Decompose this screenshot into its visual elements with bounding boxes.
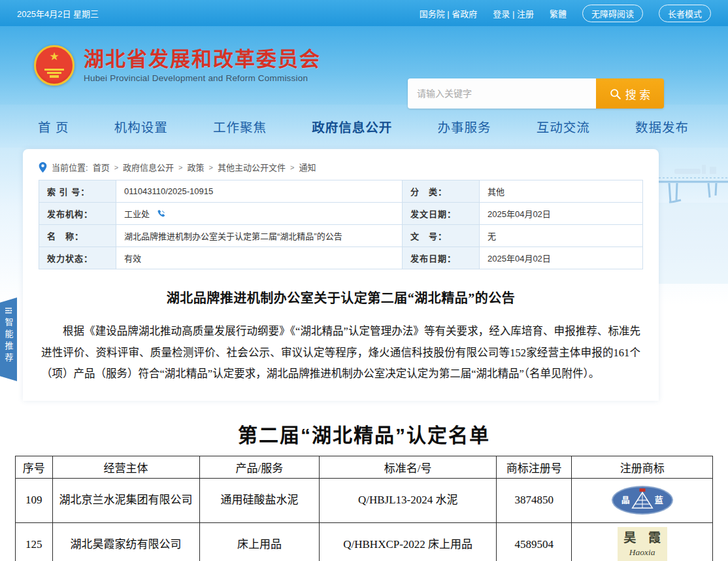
cell-no: 109 [16,478,53,522]
meta-value-issuing-agency: 工业处 [116,203,403,225]
breadcrumb-home[interactable]: 首页 [93,161,110,173]
meta-value-validity: 有效 [116,247,403,269]
nav-item-home[interactable]: 首 页 [38,117,69,136]
cell-trademark: 昊 霞 Haoxia [572,522,713,561]
cell-company: 湖北京兰水泥集团有限公司 [52,478,199,522]
nav-item-gov-info-disclosure[interactable]: 政府信息公开 [312,117,392,136]
current-date: 2025年4月2日 星期三 [17,7,99,20]
cell-no: 125 [16,522,53,561]
breadcrumb-policy[interactable]: 政策 [188,161,205,173]
col-header-product: 产品/服务 [199,456,320,478]
meta-value-category: 其他 [480,180,643,203]
trademark-haoxia-logo: 昊 霞 Haoxia [618,527,667,561]
main-nav: 首 页 机构设置 工作聚焦 政府信息公开 办事服务 互动交流 数据发布 [0,105,728,148]
meta-label-doc-number: 文 号： [403,225,480,247]
meta-value-title: 湖北品牌推进机制办公室关于认定第二届“湖北精品”的公告 [116,225,403,247]
appendix-title: 第二届“湖北精品”认定名单 [0,419,728,448]
meta-label-publish-date: 发布日期： [403,247,480,269]
nav-item-interaction[interactable]: 互动交流 [537,117,590,136]
topbar: 2025年4月2日 星期三 国务院 | 省政府 登录 | 注册 繁體 无障碍阅读… [0,0,728,26]
search-button[interactable]: 搜 索 [596,78,664,109]
table-row: 125 湖北昊霞家纺有限公司 床上用品 Q/HBHXCP-2022 床上用品 4… [16,522,713,561]
cell-standard: Q/HBHXCP-2022 床上用品 [320,522,497,561]
table-row: 109 湖北京兰水泥集团有限公司 通用硅酸盐水泥 Q/HBJL13-2024 水… [16,478,713,522]
meta-value-index-no: 011043110/2025-10915 [116,180,403,203]
national-emblem-logo: ★ [34,45,74,86]
cell-standard: Q/HBJL13-2024 水泥 [320,478,497,522]
link-login-register[interactable]: 登录 | 注册 [493,7,534,20]
col-header-company: 经营主体 [52,456,199,478]
table-row: 发布机构： 工业处 发文日期： 2025年04月02日 [39,203,643,225]
breadcrumb: 当前位置: 首页 > 政府信息公开 > 政策 > 其他主动公开文件 > 通知 [39,156,643,180]
table-header-row: 序号 经营主体 产品/服务 标准名/号 商标注册号 注册商标 [16,456,713,478]
breadcrumb-prefix: 当前位置: [52,161,88,173]
col-header-trademark: 注册商标 [572,456,713,478]
bridge-decoration [655,160,728,284]
certified-products-table: 序号 经营主体 产品/服务 标准名/号 商标注册号 注册商标 109 湖北京兰水… [15,456,713,561]
meta-value-publish-date: 2025年04月02日 [480,247,643,269]
cell-reg-no: 3874850 [497,478,572,522]
cell-product: 床上用品 [199,522,320,561]
document-card: 当前位置: 首页 > 政府信息公开 > 政策 > 其他主动公开文件 > 通知 索… [23,149,659,401]
article-title: 湖北品牌推进机制办公室关于认定第二届“湖北精品”的公告 [39,288,643,307]
site-subtitle: Hubei Provincial Development and Reform … [84,73,321,83]
table-row: 效力状态： 有效 发布日期： 2025年04月02日 [39,247,643,269]
meta-label-issue-date: 发文日期： [403,203,480,225]
meta-label-index-no: 索 引 号： [39,180,116,203]
nav-item-organization[interactable]: 机构设置 [114,117,168,136]
meta-value-doc-number: 无 [480,225,643,247]
document-meta-table: 索 引 号： 011043110/2025-10915 分 类： 其他 发布机构… [39,180,643,269]
pyramid-icon [631,491,654,509]
appendix-section: 第二届“湖北精品”认定名单 序号 经营主体 产品/服务 标准名/号 商标注册号 … [0,410,728,561]
table-row: 索 引 号： 011043110/2025-10915 分 类： 其他 [39,180,643,203]
breadcrumb-other-public-docs[interactable]: 其他主动公开文件 [218,161,286,173]
col-header-no: 序号 [16,456,53,478]
col-header-reg-no: 商标注册号 [497,456,572,478]
elder-mode-button[interactable]: 长者模式 [659,5,711,22]
site-brand: ★ 湖北省发展和改革委员会 Hubei Provincial Developme… [34,45,321,86]
cell-company: 湖北昊霞家纺有限公司 [52,522,199,561]
smart-recommend-label: 智能推荐 [3,318,15,365]
nav-item-services[interactable]: 办事服务 [437,117,491,136]
cell-trademark: 晶 蓝 [572,478,713,522]
search-input[interactable] [408,78,596,109]
breadcrumb-notice[interactable]: 通知 [299,161,316,173]
accessibility-reading-button[interactable]: 无障碍阅读 [582,5,643,22]
meta-label-title: 名 称： [39,225,116,247]
cell-reg-no: 4589504 [497,522,572,561]
search-icon [610,88,621,99]
location-pin-icon [39,162,47,173]
breadcrumb-gov-info[interactable]: 政府信息公开 [123,161,174,173]
link-traditional-chinese[interactable]: 繁體 [550,7,567,20]
site-header: ★ 湖北省发展和改革委员会 Hubei Provincial Developme… [0,26,728,105]
site-search: 搜 索 [408,78,664,109]
search-button-label: 搜 索 [625,86,651,102]
phone-icon[interactable] [156,209,166,219]
meta-value-issue-date: 2025年04月02日 [480,203,643,225]
content-zone: 当前位置: 首页 > 政府信息公开 > 政策 > 其他主动公开文件 > 通知 索… [0,148,728,410]
list-lines-icon [5,307,12,314]
col-header-standard: 标准名/号 [320,456,497,478]
site-title: 湖北省发展和改革委员会 [84,48,321,71]
table-row: 名 称： 湖北品牌推进机制办公室关于认定第二届“湖北精品”的公告 文 号： 无 [39,225,643,247]
meta-label-category: 分 类： [403,180,480,203]
nav-item-work-focus[interactable]: 工作聚焦 [213,117,267,136]
meta-label-issuing-agency: 发布机构： [39,203,116,225]
cell-product: 通用硅酸盐水泥 [199,478,320,522]
nav-item-data-release[interactable]: 数据发布 [635,117,689,136]
meta-label-validity: 效力状态： [39,247,116,269]
article-body: 根据《建设品牌湖北推动高质量发展行动纲要》《“湖北精品”认定管理办法》等有关要求… [41,321,640,385]
link-gov-portals[interactable]: 国务院 | 省政府 [420,7,478,20]
smart-recommend-tab[interactable]: 智能推荐 [0,298,17,381]
trademark-jinglan-logo: 晶 蓝 [612,486,673,515]
